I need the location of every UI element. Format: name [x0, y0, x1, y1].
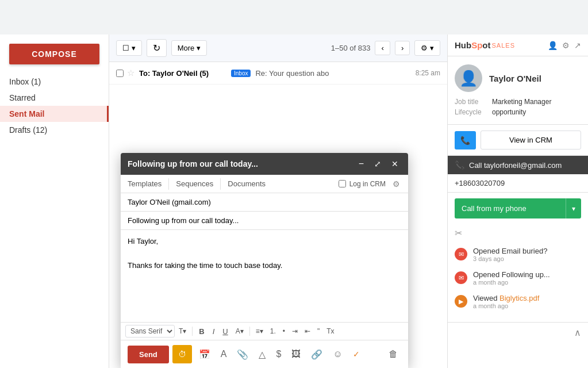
to-input[interactable]: [128, 198, 401, 206]
email-icon-0: ✉: [455, 248, 467, 260]
gmail-toolbar: ☐ ▾ ↻ More ▾ 1–50 of 833 ‹ › ⚙ ▾: [109, 34, 447, 62]
compose-tabs: Templates Sequences Documents Log in CRM…: [121, 175, 408, 193]
attach-button[interactable]: 📎: [233, 347, 252, 362]
tab-documents[interactable]: Documents: [221, 175, 272, 193]
hs-actions: 📞 View in CRM: [448, 125, 588, 156]
email-subject: Re: Your question abo: [255, 69, 410, 78]
prev-page-button[interactable]: ‹: [375, 41, 390, 55]
hs-phone-icon-btn[interactable]: 📞: [455, 131, 476, 150]
compose-title: Following up from our call today...: [128, 159, 356, 168]
align-button[interactable]: ≡▾: [253, 325, 266, 337]
tab-templates[interactable]: Templates: [121, 175, 168, 193]
compose-button[interactable]: COMPOSE: [9, 44, 99, 64]
lifecycle-label: Lifecycle: [455, 108, 492, 116]
hubspot-button[interactable]: ✓: [349, 347, 363, 361]
link-button[interactable]: 🔗: [308, 347, 326, 362]
subject-input[interactable]: [128, 216, 401, 225]
font-size-button[interactable]: T▾: [176, 325, 189, 337]
sidebar: COMPOSE Inbox (1) Starred Sent Mail Draf…: [0, 34, 109, 368]
bold-button[interactable]: B: [195, 325, 207, 338]
sidebar-item-sent[interactable]: Sent Mail: [0, 106, 109, 122]
dollar-button[interactable]: $: [272, 347, 285, 362]
sender-name: To: Taylor O'Neil (5): [139, 69, 231, 78]
activity-time-1: a month ago: [473, 279, 550, 286]
hs-contact: 👤 Taylor O'Neil Job title Marketing Mana…: [448, 56, 588, 125]
delete-button[interactable]: 🗑: [385, 347, 401, 362]
calendar-button[interactable]: 📅: [195, 347, 214, 362]
email-icon-1: ✉: [455, 271, 467, 284]
hs-sales-label: SALES: [492, 42, 515, 49]
hs-logo: HubSpot: [455, 40, 491, 50]
compose-modal: Following up from our call today... − ⤢ …: [121, 153, 408, 368]
hs-call-email-bar: 📞 Call taylorfoneil@gmail.com: [448, 156, 588, 174]
star-icon[interactable]: ☆: [127, 68, 134, 78]
sidebar-item-drafts[interactable]: Drafts (12): [0, 122, 109, 138]
inbox-badge: Inbox: [231, 70, 251, 77]
close-button[interactable]: ✕: [389, 158, 401, 170]
drive-button[interactable]: △: [255, 347, 269, 362]
more-button[interactable]: More ▾: [171, 40, 207, 56]
to-field: [121, 193, 408, 212]
select-button[interactable]: ☐ ▾: [116, 40, 142, 56]
activity-title-0: Opened Email buried?: [473, 247, 547, 255]
clear-format-button[interactable]: Tx: [324, 325, 337, 337]
view-in-crm-button[interactable]: View in CRM: [481, 131, 581, 150]
call-from-phone-container: Call from my phone ▾: [455, 198, 581, 218]
job-title-value: Marketing Manager: [492, 98, 551, 106]
compose-settings-btn[interactable]: ⚙: [389, 177, 403, 191]
emoji-button[interactable]: ☺: [329, 347, 345, 362]
font-family-select[interactable]: Sans Serif: [125, 325, 175, 338]
job-title-label: Job title: [455, 98, 492, 106]
gmail-content: ☐ ▾ ↻ More ▾ 1–50 of 833 ‹ › ⚙ ▾: [109, 34, 447, 368]
call-icon: 📞: [455, 160, 464, 170]
expand-button[interactable]: ⤢: [371, 158, 384, 170]
refresh-button[interactable]: ↻: [147, 39, 167, 57]
ol-button[interactable]: 1.: [267, 325, 279, 337]
activity-item-0: ✉ Opened Email buried? 3 days ago: [455, 247, 581, 262]
quote-button[interactable]: ": [314, 325, 322, 337]
indent-button[interactable]: ⇥: [289, 325, 301, 337]
hs-person-icon-btn[interactable]: 👤: [548, 41, 558, 50]
settings-button[interactable]: ⚙ ▾: [414, 40, 440, 56]
ul-button[interactable]: •: [280, 325, 288, 337]
sidebar-item-starred[interactable]: Starred: [0, 90, 109, 106]
underline-bottom-button[interactable]: A: [217, 347, 230, 362]
subject-field: [121, 212, 408, 230]
hs-icon-row: ✂: [448, 224, 588, 242]
hs-footer: ∧: [448, 322, 588, 343]
activity-time-0: 3 days ago: [473, 255, 547, 262]
action-bar: Send ⏱ 📅 A 📎 △ $ 🖼 🔗 ☺ ✓ 🗑: [121, 340, 408, 368]
underline-button[interactable]: U: [219, 325, 231, 338]
activity-item-2: ▶ Viewed Biglytics.pdf a month ago: [455, 294, 581, 309]
cut-icon: ✂: [455, 228, 462, 239]
activity-item-1: ✉ Opened Following up... a month ago: [455, 270, 581, 286]
sidebar-item-inbox[interactable]: Inbox (1): [0, 74, 109, 90]
next-page-button[interactable]: ›: [395, 41, 410, 55]
pagination-text: 1–50 of 833: [331, 44, 371, 52]
log-crm-checkbox[interactable]: [339, 180, 346, 187]
lifecycle-value: opportunity: [492, 108, 526, 116]
compose-header: Following up from our call today... − ⤢ …: [121, 153, 408, 175]
hs-external-icon-btn[interactable]: ↗: [574, 41, 581, 50]
collapse-button[interactable]: ∧: [574, 327, 581, 338]
minimize-button[interactable]: −: [356, 158, 367, 170]
call-from-phone-button[interactable]: Call from my phone: [455, 198, 566, 218]
tab-sequences[interactable]: Sequences: [169, 175, 220, 193]
send-button[interactable]: Send: [128, 346, 169, 363]
photo-button[interactable]: 🖼: [288, 347, 304, 362]
outdent-button[interactable]: ⇤: [302, 325, 313, 337]
italic-button[interactable]: I: [209, 325, 218, 338]
call-dropdown-button[interactable]: ▾: [566, 198, 581, 218]
compose-body[interactable]: Hi Taylor, Thanks for taking the time to…: [121, 230, 408, 322]
font-color-button[interactable]: A▾: [233, 325, 247, 337]
format-bar: Sans Serif T▾ B I U A▾ ≡▾ 1. • ⇥ ⇤ " Tx: [121, 322, 408, 340]
activity-title-1: Opened Following up...: [473, 270, 550, 279]
phone-number: +18603020709: [448, 174, 588, 193]
email-row[interactable]: ☆ To: Taylor O'Neil (5) Inbox Re: Your q…: [109, 62, 447, 85]
hs-settings-icon-btn[interactable]: ⚙: [562, 41, 570, 50]
email-time: 8:25 am: [416, 69, 440, 77]
schedule-button[interactable]: ⏱: [172, 345, 192, 363]
log-crm-label: Log in CRM: [349, 180, 386, 188]
email-checkbox[interactable]: [116, 70, 124, 77]
activity-time-2: a month ago: [473, 302, 539, 309]
